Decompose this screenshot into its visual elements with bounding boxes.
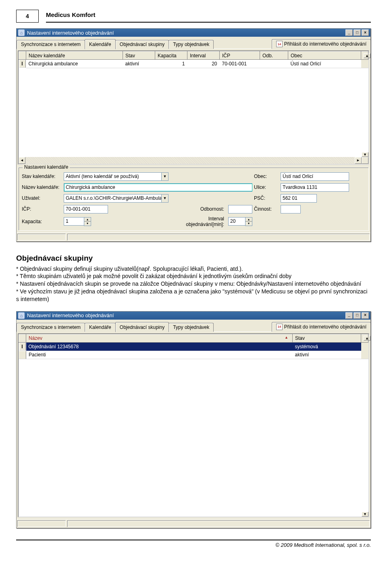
field-cinnost[interactable]	[281, 205, 301, 213]
label-uzivatel: Uživatel:	[22, 195, 62, 201]
tab-objednavaci-skupiny[interactable]: Objednávací skupiny	[115, 40, 169, 49]
label-interval: Interval objednávání[min]:	[170, 216, 227, 227]
minimize-button[interactable]: _	[345, 29, 353, 36]
scroll-left-button[interactable]: ◄	[19, 157, 25, 164]
table-empty-area: ▼	[19, 68, 368, 157]
field-uzivatel-value: GALEN s.r.o.\GCHIR-Chirurgie\AMB-Ambulan…	[64, 194, 161, 203]
tabs: Synchronizace s internetem Kalendáře Obj…	[17, 320, 370, 332]
window-kalendare: ⌂ Nastavení internetového objednávání _ …	[16, 28, 371, 242]
label-stav: Stav kalendáře:	[22, 174, 62, 179]
groupbox-legend: Nastaveni kalendáře	[23, 164, 70, 170]
close-button[interactable]: ×	[362, 312, 369, 319]
field-ulice[interactable]: Tvardkova 1131	[281, 183, 349, 192]
hscrollbar[interactable]: ◄ ►	[19, 157, 368, 164]
field-odbornost[interactable]	[228, 205, 252, 213]
dropdown-icon[interactable]: ▼	[161, 194, 169, 203]
tab-synchronizace[interactable]: Synchronizace s internetem	[17, 40, 85, 49]
titlebar[interactable]: ⌂ Nastavení internetového objednávání _ …	[17, 29, 370, 37]
app-icon: ⌂	[18, 312, 25, 319]
app-icon: ⌂	[18, 29, 25, 36]
label-icp: IČP:	[22, 206, 62, 212]
cell-kapacita: 1	[155, 60, 187, 68]
tab-prihlasit[interactable]: 14 Přihlásit do internetového objednáván…	[272, 39, 371, 49]
spin-down-icon[interactable]: ▼	[246, 222, 252, 226]
field-kapacita-value: 1	[64, 217, 84, 226]
tab-prihlasit-label: Přihlásit do internetového objednávání	[284, 324, 366, 330]
scroll-up-button[interactable]: ▲	[361, 334, 368, 342]
label-nazev: Název kalendáře:	[22, 184, 62, 190]
spin-up-icon[interactable]: ▲	[246, 218, 252, 222]
field-icp[interactable]: 70-001-001	[64, 205, 108, 213]
vscroll-track[interactable]	[361, 60, 368, 68]
col-stav[interactable]: Stav	[123, 52, 155, 60]
tab-kalendare[interactable]: Kalendáře	[85, 39, 116, 49]
tab-kalendare[interactable]: Kalendáře	[85, 323, 116, 332]
minimize-button[interactable]: _	[345, 312, 353, 319]
cell-icp: 70-001-001	[220, 60, 260, 68]
paragraph-line: * Objednávací skupiny definují skupiny u…	[16, 265, 371, 273]
maximize-button[interactable]: □	[354, 29, 361, 36]
corner-cell	[19, 52, 26, 60]
tab-prihlasit[interactable]: 14 Přihlásit do internetového objednáván…	[272, 322, 371, 332]
paragraph-line: * Ve výchozím stavu je již jedna objedná…	[16, 288, 371, 303]
tab-typy-objednavek[interactable]: Typy objednávek	[169, 40, 214, 49]
field-stav[interactable]: Aktivní (teno kalendář se používá) ▼	[64, 172, 169, 181]
vscroll-track[interactable]	[361, 342, 368, 359]
col-icp[interactable]: IČP	[220, 52, 260, 60]
cell-stav: aktivní	[123, 60, 155, 68]
col-stav[interactable]: Stav	[293, 334, 361, 342]
cell-nazev: Pacienti	[26, 351, 293, 359]
page-number: 4	[16, 10, 39, 23]
scroll-up-button[interactable]: ▲	[361, 52, 368, 60]
field-kapacita[interactable]: 1 ▲▼	[64, 217, 91, 226]
section-title: Objednávací skupiny	[16, 254, 371, 263]
cell-interval: 20	[187, 60, 220, 68]
field-psc[interactable]: 562 01	[281, 194, 317, 203]
field-obec[interactable]: Ústí nad Orlicí	[281, 172, 349, 181]
col-interval[interactable]: Interval	[187, 52, 220, 60]
scroll-right-button[interactable]: ►	[355, 157, 362, 164]
table-row[interactable]: Pacienti aktivní	[19, 351, 368, 359]
cell-obec: Ústí nad Orlicí	[288, 60, 361, 68]
col-obec[interactable]: Obec	[288, 52, 361, 60]
scrollbar-corner	[362, 157, 368, 164]
tab-typy-objednavek[interactable]: Typy objednávek	[169, 323, 214, 332]
cell-odb	[260, 60, 288, 68]
groupbox-nastaveni-kalendare: Nastaveni kalendáře Stav kalendáře: Akti…	[18, 167, 369, 231]
skupiny-table: Název▲ Stav ▲ I Objednávání 12345678 sys…	[18, 333, 369, 517]
field-stav-value: Aktivní (teno kalendář se používá)	[64, 172, 161, 181]
spin-up-icon[interactable]: ▲	[84, 218, 91, 222]
label-cinnost: Činnost:	[254, 206, 279, 212]
tab-synchronizace[interactable]: Synchronizace s internetem	[17, 323, 85, 332]
table-row[interactable]: I Objednávání 12345678 systémová	[19, 342, 368, 351]
corner-cell	[19, 334, 26, 342]
window-title: Nastavení internetového objednávání	[27, 312, 114, 318]
page-footer: © 2009 Medisoft International, spol. s r…	[16, 540, 371, 548]
scroll-down-button[interactable]: ▼	[362, 512, 368, 517]
maximize-button[interactable]: □	[354, 312, 361, 319]
col-nazev[interactable]: Název kalendáře	[26, 52, 123, 60]
tab-objednavaci-skupiny[interactable]: Objednávací skupiny	[115, 322, 169, 332]
col-odb[interactable]: Odb.	[260, 52, 288, 60]
copyright: © 2009 Medisoft International, spol. s r…	[275, 542, 371, 548]
titlebar[interactable]: ⌂ Nastavení internetového objednávání _ …	[17, 312, 370, 320]
col-nazev[interactable]: Název▲	[26, 334, 293, 342]
tab-prihlasit-label: Přihlásit do internetového objednávání	[284, 41, 366, 47]
label-obec: Obec:	[254, 174, 279, 179]
spin-down-icon[interactable]: ▼	[84, 222, 91, 226]
field-uzivatel[interactable]: GALEN s.r.o.\GCHIR-Chirurgie\AMB-Ambulan…	[64, 194, 169, 203]
dropdown-icon[interactable]: ▼	[161, 172, 169, 181]
col-kapacita[interactable]: Kapacita	[155, 52, 187, 60]
field-nazev[interactable]: Chirurgická ambulance	[64, 183, 252, 192]
table-row[interactable]: I Chirurgická ambulance aktivní 1 20 70-…	[19, 60, 368, 68]
cell-nazev: Objednávání 12345678	[26, 342, 293, 351]
field-interval[interactable]: 20 ▲▼	[228, 217, 252, 226]
scroll-down-button[interactable]: ▼	[362, 152, 368, 157]
label-ulice: Ulice:	[254, 184, 279, 190]
window-objednavaci-skupiny: ⌂ Nastavení internetového objednávání _ …	[16, 311, 371, 528]
calendar-icon: 14	[276, 324, 283, 330]
table-empty-area: ▼	[19, 359, 368, 517]
label-odbornost: Odbornost:	[170, 206, 227, 212]
close-button[interactable]: ×	[362, 29, 369, 36]
label-kapacita: Kapacita:	[22, 219, 62, 224]
